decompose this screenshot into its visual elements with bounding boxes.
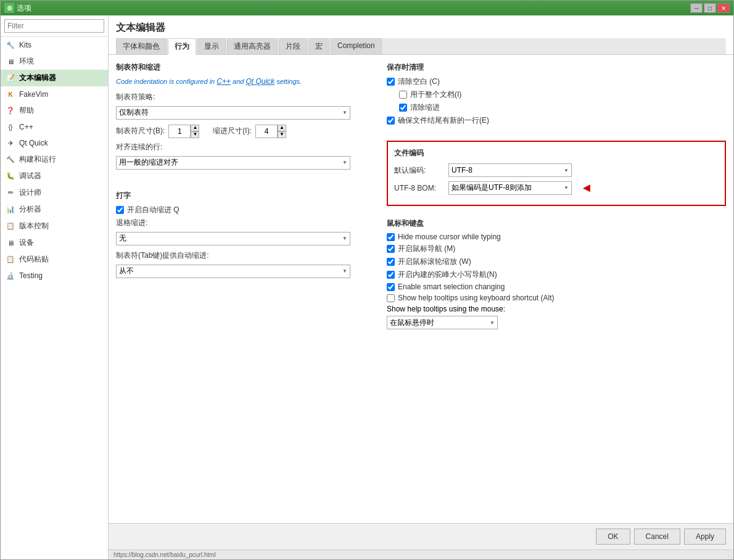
align-continuation-dropdown[interactable]: 用一般的缩进对齐 ▼ <box>116 156 350 170</box>
sidebar-item-help[interactable]: ❓ 帮助 <box>1 102 108 119</box>
tab-indent-dropdown[interactable]: 从不 ▼ <box>116 265 350 278</box>
sidebar-item-kits[interactable]: 🔧 Kits <box>1 37 108 53</box>
ensure-newline-checkbox[interactable] <box>387 117 395 125</box>
ensure-newline-label: 确保文件结尾有新的一行(E) <box>398 115 489 126</box>
hide-cursor-checkbox[interactable] <box>387 233 395 241</box>
sidebar-label-help: 帮助 <box>19 105 34 116</box>
file-encoding-title: 文件编码 <box>394 148 719 159</box>
indent-size-up-button[interactable]: ▲ <box>278 125 286 131</box>
qtquick-link[interactable]: Qt Quick <box>245 77 274 86</box>
filter-input[interactable] <box>4 19 104 33</box>
text-editor-icon: 📝 <box>6 73 15 83</box>
default-encoding-value: UTF-8 <box>452 166 472 175</box>
help-tooltip-mouse-dropdown[interactable]: 在鼠标悬停时 ▼ <box>387 316 498 329</box>
sidebar: 🔧 Kits 🖥 环境 📝 文本编辑器 K FakeVim <box>1 15 109 559</box>
red-arrow-icon: ◄ <box>580 181 593 195</box>
sidebar-item-testing[interactable]: 🔬 Testing <box>1 268 108 284</box>
auto-indent-checkbox[interactable] <box>116 206 124 214</box>
sidebar-item-version-control[interactable]: 📋 版本控制 <box>1 218 108 234</box>
help-tooltip-keyboard-row: Show help tooltips using keyboard shortc… <box>387 294 726 302</box>
build-icon: 🔨 <box>6 155 15 165</box>
scroll-zoom-checkbox[interactable] <box>387 258 395 266</box>
default-encoding-dropdown[interactable]: UTF-8 ▼ <box>448 163 572 177</box>
hide-cursor-label: Hide mouse cursor while typing <box>398 233 501 241</box>
apply-button[interactable]: Apply <box>684 529 726 545</box>
sidebar-label-debugger: 调试器 <box>19 171 41 181</box>
tab-size-up-button[interactable]: ▲ <box>191 125 199 131</box>
sidebar-item-debugger[interactable]: 🐛 调试器 <box>1 168 108 184</box>
sidebar-label-qtquick: Qt Quick <box>19 139 48 147</box>
help-icon: ❓ <box>6 106 15 116</box>
help-tooltip-mouse-value: 在鼠标悬停时 <box>390 318 434 328</box>
tab-font-color[interactable]: 字体和颜色 <box>116 38 167 54</box>
dropdown-arrow4-icon: ▼ <box>342 268 347 274</box>
tab-policy-dropdown[interactable]: 仅制表符 ▼ <box>116 106 350 120</box>
tab-policy-value: 仅制表符 <box>119 107 149 118</box>
tab-size-input[interactable]: 1 <box>168 125 191 138</box>
sidebar-item-devices[interactable]: 🖥 设备 <box>1 234 108 251</box>
tab-size-spinner: 1 ▲ ▼ <box>168 125 199 138</box>
align-continuation-row: 对齐连续的行: <box>116 142 377 152</box>
sidebar-item-designer[interactable]: ✏ 设计师 <box>1 184 108 201</box>
smart-select-label: Enable smart selection changing <box>398 282 505 291</box>
backspace-indent-label: 退格缩进: <box>116 218 147 228</box>
ok-button[interactable]: OK <box>596 529 630 545</box>
tab-completion[interactable]: Completion <box>331 38 382 54</box>
version-control-icon: 📋 <box>6 221 15 231</box>
typing-section: 打字 开启自动缩进 Q 退格缩进: 无 ▼ <box>116 191 377 283</box>
page-title: 文本编辑器 <box>116 19 726 38</box>
sidebar-label-build-run: 构建和运行 <box>19 154 56 165</box>
tab-behavior[interactable]: 行为 <box>168 38 196 55</box>
sidebar-label-fakevim: FakeVim <box>19 90 48 99</box>
cpp-link[interactable]: C++ <box>216 77 231 86</box>
env-icon: 🖥 <box>6 57 15 67</box>
sidebar-label-code-paste: 代码粘贴 <box>19 254 49 265</box>
sidebar-item-cpp[interactable]: {} C++ <box>1 119 108 135</box>
sidebar-label-kits: Kits <box>19 41 31 49</box>
clean-whitespace-checkbox[interactable] <box>387 78 395 86</box>
smart-select-checkbox[interactable] <box>387 283 395 291</box>
clean-indent-checkbox[interactable] <box>399 104 407 112</box>
default-encoding-row: 默认编码: UTF-8 ▼ <box>394 163 719 177</box>
mouse-dropdown-arrow-icon: ▼ <box>490 320 495 326</box>
enable-nav-checkbox[interactable] <box>387 245 395 253</box>
indent-size-input[interactable]: 4 <box>255 125 278 138</box>
clean-indent-label: 清除缩进 <box>410 102 440 113</box>
dropdown-arrow3-icon: ▼ <box>342 236 347 241</box>
sidebar-item-fakevim[interactable]: K FakeVim <box>1 86 108 102</box>
debugger-icon: 🐛 <box>6 171 15 181</box>
camelcase-nav-checkbox[interactable] <box>387 271 395 279</box>
testing-icon: 🔬 <box>6 271 15 281</box>
kits-icon: 🔧 <box>6 40 15 50</box>
utf8-bom-dropdown[interactable]: 如果编码是UTF-8则添加 ▼ <box>448 181 572 195</box>
minimize-button[interactable]: ─ <box>690 3 703 13</box>
sidebar-item-qtquick[interactable]: ✈ Qt Quick <box>1 135 108 151</box>
tab-macros[interactable]: 宏 <box>308 38 329 54</box>
ensure-newline-row: 确保文件结尾有新的一行(E) <box>387 115 726 126</box>
tabs-bar: 字体和颜色 行为 显示 通用高亮器 片段 宏 Completion <box>116 38 726 54</box>
sidebar-item-code-paste[interactable]: 📋 代码粘贴 <box>1 251 108 268</box>
sidebar-item-env[interactable]: 🖥 环境 <box>1 53 108 70</box>
sidebar-item-analyzer[interactable]: 📊 分析器 <box>1 201 108 218</box>
entire-document-checkbox[interactable] <box>399 91 407 99</box>
auto-indent-row: 开启自动缩进 Q <box>116 205 377 215</box>
cancel-button[interactable]: Cancel <box>634 529 680 545</box>
tab-size-down-button[interactable]: ▼ <box>191 131 199 138</box>
tab-snippets[interactable]: 片段 <box>279 38 307 54</box>
tab-display[interactable]: 显示 <box>197 38 226 54</box>
sidebar-item-build-run[interactable]: 🔨 构建和运行 <box>1 151 108 168</box>
smart-select-row: Enable smart selection changing <box>387 282 726 291</box>
dropdown-arrow-icon: ▼ <box>342 110 347 115</box>
mouse-keyboard-title: 鼠标和键盘 <box>387 218 726 229</box>
close-button[interactable]: ✕ <box>717 3 730 13</box>
indent-size-down-button[interactable]: ▼ <box>278 131 286 138</box>
sidebar-item-text-editor[interactable]: 📝 文本编辑器 <box>1 70 108 86</box>
align-continuation-label: 对齐连续的行: <box>116 142 162 152</box>
scroll-zoom-label: 开启鼠标滚轮缩放 (W) <box>398 257 471 267</box>
tab-general-highlighter[interactable]: 通用高亮器 <box>227 38 278 54</box>
filter-box <box>1 15 108 37</box>
help-tooltip-keyboard-checkbox[interactable] <box>387 294 395 302</box>
backspace-indent-value: 无 <box>119 233 126 244</box>
maximize-button[interactable]: □ <box>704 3 716 13</box>
backspace-indent-dropdown[interactable]: 无 ▼ <box>116 232 350 245</box>
